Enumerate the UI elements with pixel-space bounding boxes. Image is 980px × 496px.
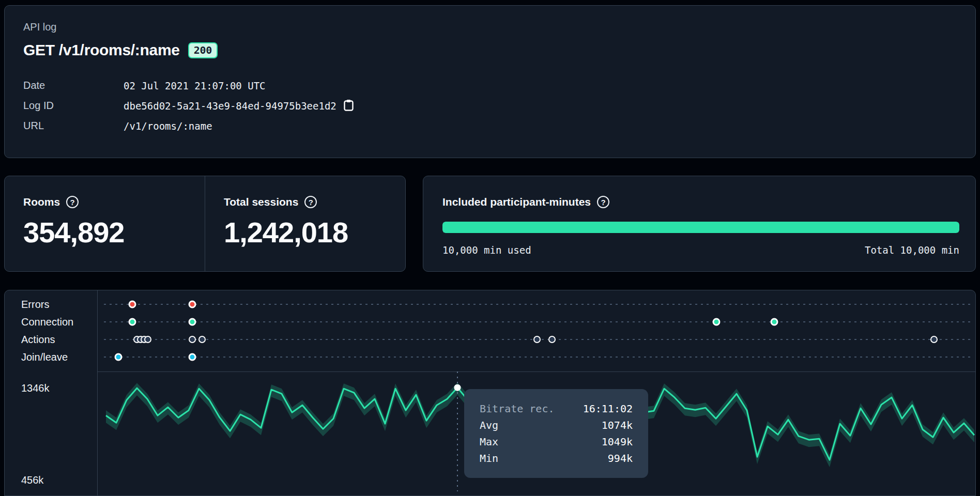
api-endpoint-title: GET /v1/rooms/:name 200 (23, 41, 957, 59)
event-track-line (104, 357, 971, 358)
event-dot[interactable] (771, 318, 778, 326)
copy-logid-button[interactable] (344, 99, 354, 113)
event-track (104, 296, 971, 313)
rooms-label: Rooms (23, 196, 60, 208)
date-value: 02 Jul 2021 21:07:00 UTC (124, 80, 266, 91)
bitrate-tooltip: Bitrate rec. 16:11:02 Avg 1074k Max 1049… (464, 389, 648, 478)
tooltip-row-avg: Avg 1074k (480, 419, 633, 431)
rooms-help-icon[interactable]: ? (66, 196, 79, 208)
event-dot[interactable] (189, 318, 196, 326)
tooltip-time: 16:11:02 (583, 402, 633, 415)
api-log-section-label: API log (23, 21, 957, 33)
y-axis-max-label: 1346k (21, 382, 50, 394)
timeline-panel: ErrorsConnectionActionsJoin/leave 1346k … (4, 290, 976, 496)
log-field-date: Date 02 Jul 2021 21:07:00 UTC (23, 75, 957, 96)
event-dot[interactable] (189, 353, 196, 361)
event-dot[interactable] (128, 318, 136, 326)
event-row-label: Join/leave (5, 351, 97, 363)
rooms-value: 354,892 (23, 215, 205, 249)
stat-card-total-sessions: Total sessions ? 1,242,018 (205, 176, 405, 271)
tooltip-title: Bitrate rec. (480, 402, 555, 415)
event-track-line (104, 321, 971, 322)
event-row-join-leave: Join/leave (5, 348, 975, 366)
rooms-header: Rooms ? (23, 196, 205, 208)
participant-minutes-help-icon[interactable]: ? (597, 196, 609, 208)
event-dot[interactable] (144, 336, 151, 343)
clipboard-icon (344, 99, 354, 113)
total-sessions-header: Total sessions ? (224, 196, 405, 208)
event-row-actions: Actions (5, 331, 975, 348)
logid-text: dbe56d02-5a21-43e9-84ed-94975b3ee1d2 (124, 100, 336, 112)
log-field-url: URL /v1/rooms/:name (23, 116, 957, 136)
usage-labels: 10,000 min used Total 10,000 min (442, 244, 959, 256)
tooltip-max-label: Max (480, 436, 498, 448)
event-dot[interactable] (548, 336, 556, 343)
api-endpoint-text: GET /v1/rooms/:name (23, 41, 180, 59)
minutes-total-label: Total 10,000 min (865, 244, 959, 256)
tooltip-row-min: Min 994k (480, 452, 633, 464)
tooltip-avg-label: Avg (480, 419, 498, 431)
log-field-logid: Log ID dbe56d02-5a21-43e9-84ed-94975b3ee… (23, 96, 957, 116)
bitrate-chart[interactable]: Bitrate rec. 16:11:02 Avg 1074k Max 1049… (97, 371, 976, 495)
status-badge: 200 (188, 42, 218, 58)
event-dot[interactable] (189, 301, 196, 308)
url-value: /v1/rooms/:name (124, 120, 212, 132)
tooltip-max-value: 1049k (602, 436, 633, 448)
event-dot[interactable] (198, 336, 206, 343)
tooltip-min-label: Min (480, 452, 498, 464)
event-row-label: Errors (5, 299, 97, 311)
event-dot[interactable] (713, 318, 721, 326)
logid-value: dbe56d02-5a21-43e9-84ed-94975b3ee1d2 (124, 99, 354, 113)
event-dot[interactable] (114, 353, 122, 361)
event-row-connection: Connection (5, 313, 975, 331)
stat-card-rooms: Rooms ? 354,892 (5, 176, 205, 271)
event-dot[interactable] (189, 336, 196, 343)
usage-progress-track (442, 222, 959, 233)
chart-highlight-point[interactable] (454, 384, 461, 391)
tooltip-header: Bitrate rec. 16:11:02 (480, 402, 633, 415)
event-row-label: Actions (5, 334, 97, 346)
total-sessions-label: Total sessions (224, 196, 298, 208)
tooltip-avg-value: 1074k (602, 419, 633, 431)
event-dot[interactable] (533, 336, 541, 343)
minutes-used-label: 10,000 min used (442, 244, 531, 256)
logid-label: Log ID (23, 100, 124, 112)
event-row-errors: Errors (5, 296, 975, 313)
date-label: Date (23, 80, 124, 91)
event-track (104, 313, 971, 331)
participant-minutes-header: Included participant-minutes ? (442, 196, 958, 208)
tooltip-row-max: Max 1049k (480, 436, 633, 448)
dashboard-page: API log GET /v1/rooms/:name 200 Date 02 … (0, 0, 980, 496)
tooltip-min-value: 994k (608, 452, 633, 464)
total-sessions-value: 1,242,018 (224, 215, 405, 249)
total-sessions-help-icon[interactable]: ? (304, 196, 317, 208)
event-track (104, 331, 971, 348)
event-rows: ErrorsConnectionActionsJoin/leave (5, 296, 975, 371)
stats-panel: Rooms ? 354,892 Total sessions ? 1,242,0… (4, 176, 406, 272)
usage-progress-fill (442, 222, 959, 233)
event-row-label: Connection (5, 316, 97, 328)
event-dot[interactable] (930, 336, 938, 343)
participant-minutes-label: Included participant-minutes (442, 196, 591, 208)
api-log-panel: API log GET /v1/rooms/:name 200 Date 02 … (4, 5, 976, 158)
y-axis-min-label: 456k (21, 474, 43, 486)
event-track (104, 348, 971, 366)
url-label: URL (23, 120, 124, 132)
event-track-line (104, 304, 971, 305)
log-fields: Date 02 Jul 2021 21:07:00 UTC Log ID dbe… (23, 75, 957, 136)
participant-minutes-panel: Included participant-minutes ? 10,000 mi… (423, 176, 976, 272)
event-dot[interactable] (128, 301, 136, 308)
